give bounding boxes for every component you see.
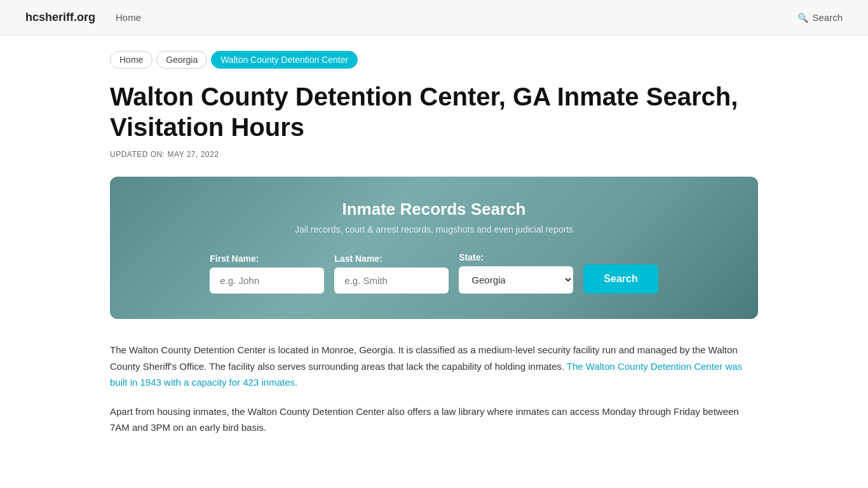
last-name-input[interactable] xyxy=(334,268,449,294)
breadcrumb: Home Georgia Walton County Detention Cen… xyxy=(110,51,758,69)
first-name-group: First Name: xyxy=(210,254,324,294)
breadcrumb-home[interactable]: Home xyxy=(110,51,153,69)
navbar-search[interactable]: 🔍 Search xyxy=(797,12,843,23)
navbar-home-link[interactable]: Home xyxy=(116,12,141,23)
last-name-group: Last Name: xyxy=(334,254,449,294)
state-group: State: AlabamaAlaskaArizonaArkansasCalif… xyxy=(459,252,573,294)
breadcrumb-georgia[interactable]: Georgia xyxy=(156,51,207,69)
inmate-search-title: Inmate Records Search xyxy=(135,200,733,219)
page-title: Walton County Detention Center, GA Inmat… xyxy=(110,81,758,142)
body-paragraph-2: Apart from housing inmates, the Walton C… xyxy=(110,403,758,436)
first-name-label: First Name: xyxy=(210,254,324,264)
updated-on: UPDATED ON: MAY 27, 2022 xyxy=(110,150,758,159)
inmate-search-box: Inmate Records Search Jail records, cour… xyxy=(110,177,758,319)
search-icon: 🔍 xyxy=(797,13,808,23)
inmate-search-subtitle: Jail records, court & arrest records, mu… xyxy=(135,224,733,234)
state-select[interactable]: AlabamaAlaskaArizonaArkansasCaliforniaCo… xyxy=(459,266,573,294)
navbar-search-label[interactable]: Search xyxy=(812,12,843,23)
search-form: First Name: Last Name: State: AlabamaAla… xyxy=(135,252,733,294)
navbar-left: hcsheriff.org Home xyxy=(25,11,141,24)
state-label: State: xyxy=(459,252,573,262)
main-content: Home Georgia Walton County Detention Cen… xyxy=(85,36,783,474)
last-name-label: Last Name: xyxy=(334,254,449,264)
navbar: hcsheriff.org Home 🔍 Search xyxy=(0,0,868,36)
breadcrumb-current: Walton County Detention Center xyxy=(211,51,358,69)
first-name-input[interactable] xyxy=(210,268,324,294)
navbar-brand[interactable]: hcsheriff.org xyxy=(25,11,95,24)
body-paragraph-1-highlight: The Walton County Detention Center was b… xyxy=(110,361,742,388)
body-paragraph-1: The Walton County Detention Center is lo… xyxy=(110,342,758,391)
search-button[interactable]: Search xyxy=(583,264,658,294)
